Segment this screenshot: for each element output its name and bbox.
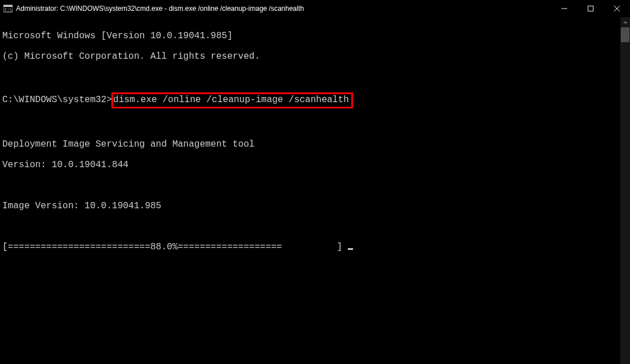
- command-highlight: dism.exe /online /cleanup-image /scanhea…: [111, 92, 353, 108]
- cursor: [348, 248, 353, 250]
- output-blank: [2, 119, 618, 129]
- minimize-button[interactable]: [551, 0, 577, 17]
- maximize-button[interactable]: [577, 0, 604, 17]
- output-blank: [2, 180, 618, 191]
- output-line: Deployment Image Servicing and Managemen…: [2, 139, 618, 149]
- terminal-output[interactable]: Microsoft Windows [Version 10.0.19041.98…: [0, 17, 620, 364]
- output-line: (c) Microsoft Corporation. All rights re…: [2, 51, 618, 62]
- command-text: dism.exe /online /cleanup-image /scanhea…: [113, 95, 349, 105]
- close-button[interactable]: [604, 0, 630, 17]
- vertical-scrollbar[interactable]: [620, 17, 630, 364]
- svg-rect-4: [588, 6, 593, 11]
- scrollbar-up-arrow-icon[interactable]: [620, 17, 630, 27]
- output-line: Microsoft Windows [Version 10.0.19041.98…: [2, 31, 618, 41]
- output-blank: [2, 72, 618, 82]
- output-line: Image Version: 10.0.19041.985: [2, 201, 618, 211]
- window-controls: [551, 0, 630, 17]
- window-titlebar[interactable]: C:\ Administrator: C:\WINDOWS\system32\c…: [0, 0, 630, 17]
- output-blank: [2, 221, 618, 232]
- prompt-line: C:\WINDOWS\system32>dism.exe /online /cl…: [2, 92, 618, 108]
- scrollbar-thumb[interactable]: [621, 27, 629, 42]
- svg-text:C:\: C:\: [5, 7, 12, 12]
- progress-text: [==========================88.0%========…: [2, 242, 348, 252]
- output-line: Version: 10.0.19041.844: [2, 160, 618, 170]
- window-title: Administrator: C:\WINDOWS\system32\cmd.e…: [16, 5, 304, 13]
- cmd-icon: C:\: [3, 4, 13, 13]
- svg-rect-1: [3, 5, 13, 7]
- progress-line: [==========================88.0%========…: [2, 242, 618, 252]
- prompt-text: C:\WINDOWS\system32>: [2, 95, 112, 105]
